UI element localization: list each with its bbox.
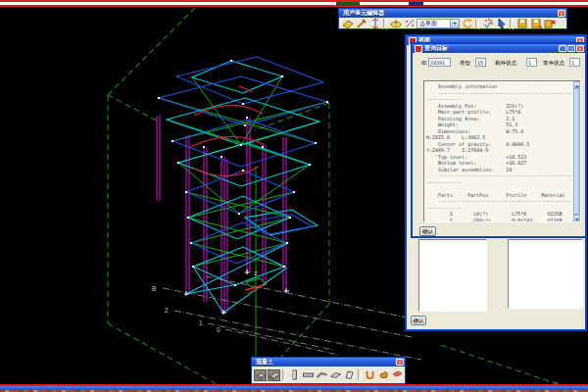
select-arrow-icon[interactable] xyxy=(495,18,508,29)
close-icon[interactable]: × xyxy=(576,45,584,52)
app-icon xyxy=(415,45,422,53)
panel-icon[interactable] xyxy=(343,369,356,381)
report-line: 5 GP0(?) PL8*183 Q235B xyxy=(426,218,572,222)
refresh-icon[interactable] xyxy=(461,18,473,29)
inquire-dialog-title: 查询目标 xyxy=(424,44,448,53)
concrete-toolbar-title: 混凝土 xyxy=(256,358,273,367)
check-points-icon[interactable] xyxy=(481,18,494,29)
top-strip-patch xyxy=(336,2,360,6)
axis-label-z: Z xyxy=(254,270,258,276)
toolbar-separator xyxy=(282,369,286,380)
pick-tool-icon[interactable] xyxy=(355,18,368,29)
top-strip-patch xyxy=(409,2,423,6)
polybeam-icon[interactable] xyxy=(316,369,328,381)
boundary-plane-icon[interactable] xyxy=(341,18,354,29)
inquire-dialog-titlebar[interactable]: 查询目标 _ □ × xyxy=(413,44,585,53)
pour-icon[interactable] xyxy=(377,369,390,381)
grid-label-2: 2 xyxy=(165,307,169,314)
top-window-sliver xyxy=(0,0,588,7)
beam-icon[interactable] xyxy=(302,369,315,381)
toolbar-separator xyxy=(510,19,514,29)
toolbar-separator xyxy=(383,19,387,29)
section-arrows-icon[interactable] xyxy=(368,18,381,29)
grid-label-b: B xyxy=(152,285,156,292)
view-list-panel-left[interactable] xyxy=(418,239,487,312)
report-line: 1 L0(?) L75*6 Q235B xyxy=(426,211,572,218)
workplane-icon[interactable] xyxy=(389,18,402,29)
assembly-report: Assembly information -------------------… xyxy=(426,83,572,221)
report-scrollbar[interactable] xyxy=(573,81,580,221)
part-status-label: 零件状态 xyxy=(543,60,564,67)
save-close-icon[interactable] xyxy=(543,18,556,29)
column-icon[interactable] xyxy=(288,369,301,381)
concrete-toolbar: 混凝土 × xyxy=(251,357,406,384)
save-icon[interactable] xyxy=(515,18,528,29)
close-icon[interactable]: × xyxy=(558,10,565,17)
slab-icon[interactable] xyxy=(329,369,342,381)
type-field[interactable] xyxy=(475,58,486,67)
inquire-ok-button[interactable]: 确认 xyxy=(419,226,436,236)
editor-toolbar-title: 用户单元编辑器 xyxy=(343,9,384,18)
report-line: ----------------------------------------… xyxy=(426,172,572,179)
top-red-line xyxy=(0,0,588,2)
assembly-status-label: 构件状态: xyxy=(495,60,518,67)
assembly-status-field[interactable] xyxy=(526,58,537,67)
scroll-up-icon[interactable] xyxy=(573,81,580,88)
report-line: ----------------------------------------… xyxy=(426,198,572,205)
save-as-icon[interactable] xyxy=(529,18,542,29)
plane-type-combo[interactable]: 边界面 xyxy=(416,19,460,28)
minimize-icon[interactable]: _ xyxy=(559,45,566,52)
editor-toolbar: 用户单元编辑器 × 边界面 xyxy=(338,8,567,29)
id-label: ID xyxy=(421,60,427,66)
close-icon[interactable]: × xyxy=(396,359,404,366)
scroll-thumb[interactable] xyxy=(573,88,580,215)
scroll-down-icon[interactable] xyxy=(573,215,580,221)
cut-line-icon[interactable] xyxy=(403,18,416,29)
reinforcement-mesh-icon[interactable] xyxy=(391,369,404,381)
chevron-down-icon[interactable] xyxy=(450,20,459,27)
plane-type-combo-value: 边界面 xyxy=(417,20,450,28)
concrete-toolbar-titlebar[interactable]: 混凝土 × xyxy=(252,358,405,367)
toolbar-separator xyxy=(475,19,479,29)
id-field[interactable] xyxy=(428,58,451,67)
strip-footing-icon[interactable] xyxy=(268,369,280,381)
view-list-panel-right[interactable] xyxy=(508,239,583,309)
top-red-line-2 xyxy=(0,5,588,7)
view-ok-button[interactable]: 确认 xyxy=(411,316,426,325)
editor-toolbar-titlebar[interactable]: 用户单元编辑器 × xyxy=(339,9,566,18)
type-label: 类型 xyxy=(460,60,470,67)
grid-label-0: 0 xyxy=(217,326,220,333)
part-status-field[interactable] xyxy=(569,58,580,67)
grid-label-1: 1 xyxy=(199,319,203,326)
maximize-icon[interactable]: □ xyxy=(567,45,575,52)
assembly-report-box: Assembly information -------------------… xyxy=(423,80,581,222)
inquire-dialog: 查询目标 _ □ × ID 类型 构件状态: 零件状态 Assembly inf… xyxy=(411,42,587,238)
concrete-item-icon[interactable] xyxy=(364,369,376,381)
pad-footing-icon[interactable] xyxy=(254,369,267,381)
toolbar-separator xyxy=(358,369,362,380)
